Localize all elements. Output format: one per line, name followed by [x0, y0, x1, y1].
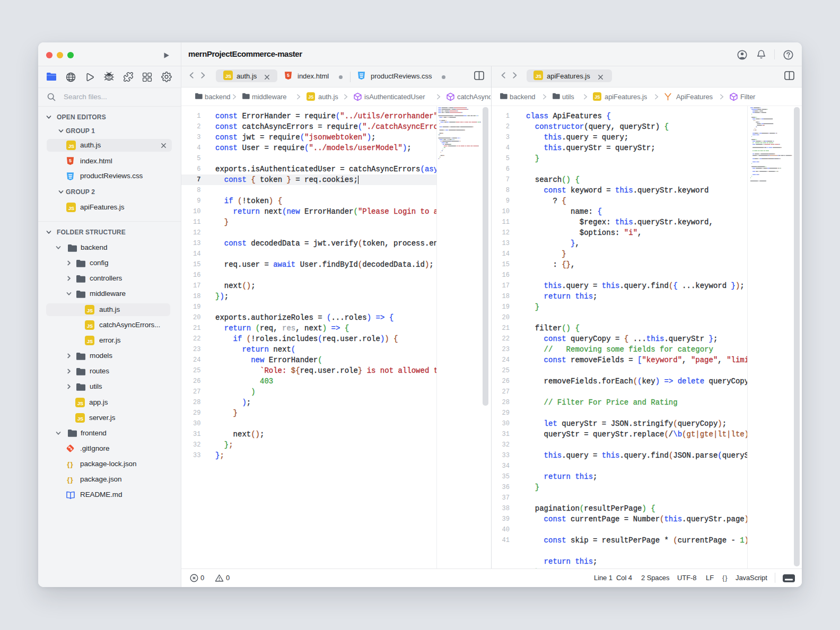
- svg-text:JS: JS: [77, 415, 83, 421]
- svg-text:JS: JS: [225, 73, 231, 79]
- svg-text:JS: JS: [87, 307, 93, 313]
- svg-text:JS: JS: [77, 400, 83, 406]
- svg-text:JS: JS: [536, 73, 541, 79]
- svg-text:JS: JS: [87, 322, 93, 328]
- svg-text:JS: JS: [308, 94, 314, 100]
- svg-text:5: 5: [69, 158, 72, 163]
- svg-text:JS: JS: [87, 338, 93, 344]
- svg-text:JS: JS: [594, 94, 600, 100]
- svg-text:5: 5: [287, 73, 290, 78]
- svg-text:JS: JS: [68, 205, 74, 211]
- svg-text:JS: JS: [68, 143, 74, 149]
